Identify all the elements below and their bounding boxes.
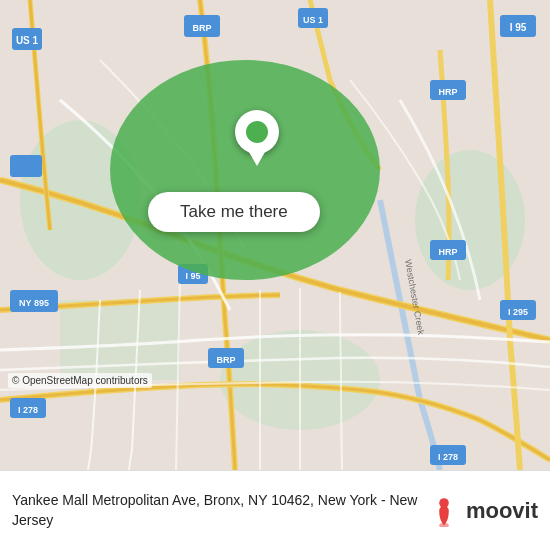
svg-text:HRP: HRP bbox=[438, 87, 457, 97]
svg-text:US 1: US 1 bbox=[303, 15, 323, 25]
svg-text:NY 895: NY 895 bbox=[19, 298, 49, 308]
green-overlay bbox=[110, 60, 380, 280]
location-pin bbox=[235, 110, 279, 166]
svg-point-34 bbox=[439, 523, 449, 527]
pin-tail bbox=[249, 152, 265, 166]
osm-attribution: © OpenStreetMap contributors bbox=[8, 373, 152, 388]
svg-text:I 278: I 278 bbox=[438, 452, 458, 462]
moovit-text: moovit bbox=[466, 498, 538, 524]
take-me-there-button[interactable]: Take me there bbox=[148, 192, 320, 232]
svg-text:BRP: BRP bbox=[192, 23, 211, 33]
svg-text:I 295: I 295 bbox=[508, 307, 528, 317]
svg-text:BRP: BRP bbox=[216, 355, 235, 365]
svg-rect-11 bbox=[10, 155, 40, 177]
moovit-logo: moovit bbox=[428, 495, 538, 527]
svg-text:HRP: HRP bbox=[438, 247, 457, 257]
svg-text:I 95: I 95 bbox=[510, 22, 527, 33]
address-text: Yankee Mall Metropolitan Ave, Bronx, NY … bbox=[12, 491, 428, 530]
pin-circle bbox=[235, 110, 279, 154]
pin-inner bbox=[246, 121, 268, 143]
moovit-icon bbox=[428, 495, 460, 527]
svg-text:US 1: US 1 bbox=[16, 35, 39, 46]
svg-text:I 278: I 278 bbox=[18, 405, 38, 415]
bottom-bar: Yankee Mall Metropolitan Ave, Bronx, NY … bbox=[0, 470, 550, 550]
map-view: US 1 US 1 I 95 BRP NY 895 I 95 BRP I 278… bbox=[0, 0, 550, 470]
